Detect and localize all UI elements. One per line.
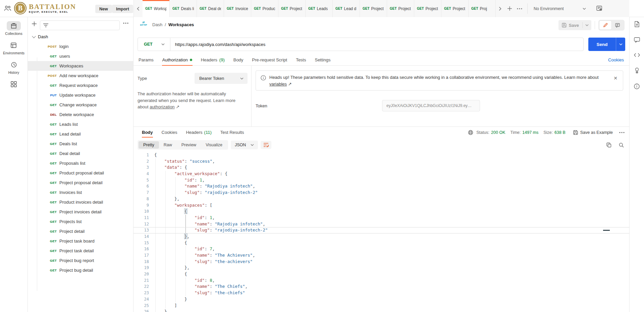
environment-quick-look-icon[interactable] <box>596 5 603 12</box>
open-request-tab[interactable]: GETProject <box>441 0 469 17</box>
code-line[interactable]: 26} <box>133 309 629 312</box>
request-list-item[interactable]: GETRequest workspace <box>28 81 133 90</box>
response-tab-body[interactable]: Body <box>138 127 157 138</box>
code-line[interactable]: 23"slug": "the-chiefs" <box>133 290 629 296</box>
response-options-icon[interactable] <box>619 132 625 133</box>
open-request-tab[interactable]: GETLead d <box>333 0 360 17</box>
request-list-item[interactable]: GETProduct proposal detail <box>28 168 133 178</box>
open-request-tab[interactable]: GETInvoice <box>224 0 251 17</box>
response-body-editor[interactable]: 1{2"status": "success",3"data": {4"activ… <box>133 152 629 312</box>
code-line[interactable]: 18"slug": "the-achievers" <box>133 259 629 265</box>
request-list-item[interactable]: GETProposals list <box>28 158 133 168</box>
request-list-item[interactable]: GETChange workspace <box>28 100 133 110</box>
search-response-icon[interactable] <box>619 143 624 148</box>
request-list-item[interactable]: GETProjects list <box>28 217 133 226</box>
new-button[interactable]: New <box>95 5 112 13</box>
code-line[interactable]: 16"id": 7, <box>133 246 629 252</box>
open-request-tab[interactable]: GETProject <box>387 0 414 17</box>
code-line[interactable]: 24} <box>133 296 629 303</box>
breadcrumb-parent[interactable]: Dash <box>152 22 162 27</box>
view-raw[interactable]: Raw <box>159 141 177 149</box>
code-line[interactable]: 5"id": 1, <box>133 177 629 184</box>
comments-icon[interactable] <box>634 37 640 43</box>
code-line[interactable]: 8}, <box>133 196 629 202</box>
rail-item-history[interactable]: History <box>7 60 21 74</box>
open-request-tab[interactable]: GETProject <box>360 0 387 17</box>
rail-item-environments[interactable]: Environments <box>3 41 24 55</box>
save-button[interactable]: Save <box>558 20 591 30</box>
request-list-item[interactable]: GETProject bug report <box>28 256 133 265</box>
comments-button[interactable] <box>611 21 624 30</box>
request-list-item[interactable]: GETLeads list <box>28 119 133 129</box>
code-line[interactable]: 14}, <box>133 233 629 240</box>
wrap-lines-button[interactable] <box>261 141 271 149</box>
rail-item-collections[interactable]: Collections <box>5 21 22 36</box>
send-options-icon[interactable] <box>616 38 625 51</box>
code-line[interactable]: 4"active_workspace": { <box>133 171 629 177</box>
request-list-item[interactable]: GETProject bug detail <box>28 265 133 275</box>
team-icon[interactable] <box>4 5 11 12</box>
code-line[interactable]: 2"status": "success", <box>133 158 629 165</box>
add-tab-icon[interactable] <box>504 0 515 17</box>
request-list-item[interactable]: GETInvoices list <box>28 188 133 197</box>
banner-close-icon[interactable]: ✕ <box>613 75 618 82</box>
code-snippet-icon[interactable] <box>634 53 640 57</box>
sidebar-more-icon[interactable] <box>123 22 128 24</box>
collection-row[interactable]: Dash <box>28 32 133 42</box>
code-line[interactable]: 12"name": "Rajodiya infotech", <box>133 221 629 227</box>
config-tab-headers[interactable]: Headers(9) <box>197 54 229 65</box>
code-line[interactable]: 19}, <box>133 265 629 271</box>
config-tab-params[interactable]: Params <box>134 54 158 65</box>
code-line-current[interactable]: 13"slug": "rajodiya-infotech-2" <box>133 227 629 233</box>
code-line[interactable]: 22"name": "The Chiefs", <box>133 283 629 290</box>
edit-mode-button[interactable] <box>599 21 611 30</box>
request-list-item[interactable]: GETProject task board <box>28 236 133 246</box>
send-button[interactable]: Send <box>588 38 625 51</box>
save-as-example-button[interactable]: Save as Example <box>573 130 613 135</box>
config-tab-body[interactable]: Body <box>229 54 248 65</box>
tabs-scroll-left-icon[interactable] <box>134 0 143 17</box>
response-tab-test-results[interactable]: Test Results <box>216 127 249 138</box>
request-list-item[interactable]: GETDeal detail <box>28 149 133 158</box>
request-list-item[interactable]: GETLead detail <box>28 129 133 139</box>
view-preview[interactable]: Preview <box>177 141 201 149</box>
code-line[interactable]: 11"id": 1, <box>133 215 629 221</box>
request-list-item[interactable]: GETProject task detail <box>28 246 133 256</box>
request-info-icon[interactable] <box>634 84 640 89</box>
open-request-tab[interactable]: GETProject <box>278 0 306 17</box>
request-list-item[interactable]: POSTAdd new workspace <box>28 71 133 81</box>
response-tab-cookies[interactable]: Cookies <box>157 127 182 138</box>
request-list-item[interactable]: GETDeals list <box>28 139 133 149</box>
code-line[interactable]: 15{ <box>133 240 629 246</box>
open-request-tab[interactable]: GETProduc <box>251 0 278 17</box>
code-line[interactable]: 10{ <box>133 208 629 215</box>
request-list-item[interactable]: DELDelete workspace <box>28 110 133 119</box>
method-selector[interactable]: GET <box>138 38 170 51</box>
add-collection-icon[interactable] <box>32 21 37 26</box>
request-list-item[interactable]: GETProject proposal detail <box>28 178 133 188</box>
code-line[interactable]: 20{ <box>133 271 629 277</box>
config-tab-pre-request-script[interactable]: Pre-request Script <box>248 54 291 65</box>
related-requests-icon[interactable] <box>634 67 640 73</box>
save-options-icon[interactable] <box>583 24 591 26</box>
request-list-item[interactable]: POSTlogin <box>28 42 133 51</box>
request-list-item[interactable]: PUTUpdate workspace <box>28 90 133 100</box>
request-list-item[interactable]: GETWorkspaces <box>28 61 133 71</box>
open-request-tab[interactable]: GETLeads <box>306 0 333 17</box>
open-request-tab[interactable]: GETProject <box>414 0 441 17</box>
response-tab-headers[interactable]: Headers(11) <box>181 127 216 138</box>
auth-type-select[interactable]: Bearer Token <box>195 73 248 84</box>
view-visualize[interactable]: Visualize <box>201 141 227 149</box>
documentation-icon[interactable] <box>634 21 640 27</box>
open-request-tab[interactable]: GETDeal de <box>197 0 224 17</box>
code-line[interactable]: 25] <box>133 303 629 309</box>
environment-selector[interactable]: No Environment <box>530 0 591 17</box>
cookies-link[interactable]: Cookies <box>608 57 624 62</box>
tab-options-icon[interactable] <box>515 0 525 17</box>
config-tab-settings[interactable]: Settings <box>310 54 335 65</box>
request-list-item[interactable]: GETProject detail <box>28 226 133 236</box>
request-list-item[interactable]: GETProduct invoices detail <box>28 197 133 207</box>
url-input[interactable]: https://apps.rajodiya.com/dash/api/works… <box>170 42 266 47</box>
rail-item-apps[interactable] <box>7 80 21 89</box>
request-list-item[interactable]: GETProject invoices detail <box>28 207 133 217</box>
